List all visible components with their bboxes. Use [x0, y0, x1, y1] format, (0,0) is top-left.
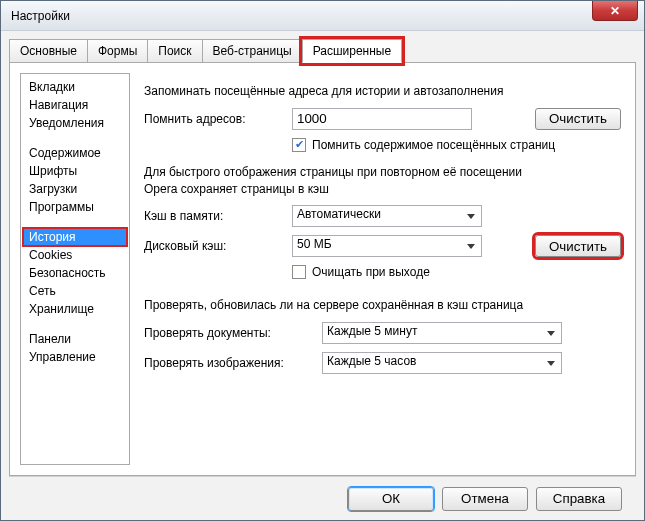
help-button[interactable]: Справка: [536, 487, 622, 511]
clear-disk-cache-button[interactable]: Очистить: [535, 235, 621, 257]
tab-basic[interactable]: Основные: [9, 39, 88, 63]
sidebar-item-content[interactable]: Содержимое: [23, 144, 127, 162]
ok-button[interactable]: ОК: [348, 487, 434, 511]
remember-desc: Запоминать посещённые адреса для истории…: [144, 83, 621, 100]
sidebar-item-history[interactable]: История: [23, 228, 127, 246]
select-value: 50 МБ: [297, 237, 332, 251]
button-label: ОК: [382, 491, 400, 506]
tab-webpages[interactable]: Веб-страницы: [202, 39, 303, 63]
sidebar-item-label: Безопасность: [29, 266, 106, 280]
select-value: Каждые 5 часов: [327, 354, 416, 368]
sidebar-item-security[interactable]: Безопасность: [23, 264, 127, 282]
button-label: Отмена: [461, 491, 509, 506]
sidebar-item-navigation[interactable]: Навигация: [23, 96, 127, 114]
clear-on-exit-checkbox[interactable]: [292, 265, 306, 279]
addresses-input[interactable]: [292, 108, 472, 130]
tab-forms[interactable]: Формы: [87, 39, 148, 63]
button-label: Очистить: [549, 239, 607, 254]
check-imgs-label: Проверять изображения:: [144, 356, 314, 370]
sidebar-item-label: Программы: [29, 200, 94, 214]
tab-label: Поиск: [158, 44, 191, 58]
sidebar-item-label: Управление: [29, 350, 96, 364]
titlebar: Настройки ✕: [1, 1, 644, 31]
mem-cache-select[interactable]: Автоматически: [292, 205, 482, 227]
tab-label: Основные: [20, 44, 77, 58]
settings-window: Настройки ✕ Основные Формы Поиск Веб-стр…: [0, 0, 645, 521]
disk-cache-select[interactable]: 50 МБ: [292, 235, 482, 257]
tab-advanced[interactable]: Расширенные: [302, 39, 403, 63]
sidebar-item-network[interactable]: Сеть: [23, 282, 127, 300]
sidebar-item-label: Сеть: [29, 284, 56, 298]
cache-desc-line2: Opera сохраняет страницы в кэш: [144, 182, 329, 196]
select-value: Автоматически: [297, 207, 381, 221]
sidebar-item-label: Вкладки: [29, 80, 75, 94]
sidebar-item-downloads[interactable]: Загрузки: [23, 180, 127, 198]
check-docs-select[interactable]: Каждые 5 минут: [322, 322, 562, 344]
cache-desc: Для быстрого отображения страницы при по…: [144, 164, 621, 198]
sidebar-item-label: Панели: [29, 332, 71, 346]
sidebar-item-label: Загрузки: [29, 182, 77, 196]
tabpanel-advanced: Вкладки Навигация Уведомления Содержимое…: [9, 62, 636, 476]
sidebar-item-notifications[interactable]: Уведомления: [23, 114, 127, 132]
sidebar-item-label: История: [29, 230, 76, 244]
check-docs-label: Проверять документы:: [144, 326, 314, 340]
remember-content-checkbox[interactable]: ✔: [292, 138, 306, 152]
remember-content-label: Помнить содержимое посещённых страниц: [312, 138, 555, 152]
sidebar-item-management[interactable]: Управление: [23, 348, 127, 366]
button-label: Очистить: [549, 111, 607, 126]
tabs: Основные Формы Поиск Веб-страницы Расшир…: [9, 39, 636, 63]
tab-label: Веб-страницы: [213, 44, 292, 58]
mem-cache-label: Кэш в памяти:: [144, 209, 284, 223]
cache-desc-line1: Для быстрого отображения страницы при по…: [144, 165, 522, 179]
client-area: Основные Формы Поиск Веб-страницы Расшир…: [1, 31, 644, 520]
footer: ОК Отмена Справка: [9, 476, 636, 520]
check-imgs-select[interactable]: Каждые 5 часов: [322, 352, 562, 374]
button-label: Справка: [553, 491, 605, 506]
close-icon: ✕: [610, 4, 620, 18]
sidebar-item-label: Уведомления: [29, 116, 104, 130]
clear-addresses-button[interactable]: Очистить: [535, 108, 621, 130]
content-history: Запоминать посещённые адреса для истории…: [140, 73, 625, 465]
sidebar: Вкладки Навигация Уведомления Содержимое…: [20, 73, 130, 465]
sidebar-item-label: Содержимое: [29, 146, 101, 160]
sidebar-item-programs[interactable]: Программы: [23, 198, 127, 216]
select-value: Каждые 5 минут: [327, 324, 417, 338]
addresses-label: Помнить адресов:: [144, 112, 284, 126]
sidebar-item-fonts[interactable]: Шрифты: [23, 162, 127, 180]
disk-cache-label: Дисковый кэш:: [144, 239, 284, 253]
sidebar-item-panels[interactable]: Панели: [23, 330, 127, 348]
close-button[interactable]: ✕: [592, 1, 638, 21]
sidebar-item-storage[interactable]: Хранилище: [23, 300, 127, 318]
sidebar-item-label: Cookies: [29, 248, 72, 262]
sidebar-item-tabs[interactable]: Вкладки: [23, 78, 127, 96]
clear-on-exit-label: Очищать при выходе: [312, 265, 430, 279]
server-desc: Проверять, обновилась ли на сервере сохр…: [144, 297, 621, 314]
tab-label: Формы: [98, 44, 137, 58]
sidebar-item-cookies[interactable]: Cookies: [23, 246, 127, 264]
tab-label: Расширенные: [313, 44, 392, 58]
cancel-button[interactable]: Отмена: [442, 487, 528, 511]
window-title: Настройки: [11, 9, 70, 23]
sidebar-item-label: Навигация: [29, 98, 88, 112]
sidebar-item-label: Шрифты: [29, 164, 77, 178]
sidebar-item-label: Хранилище: [29, 302, 94, 316]
tab-search[interactable]: Поиск: [147, 39, 202, 63]
